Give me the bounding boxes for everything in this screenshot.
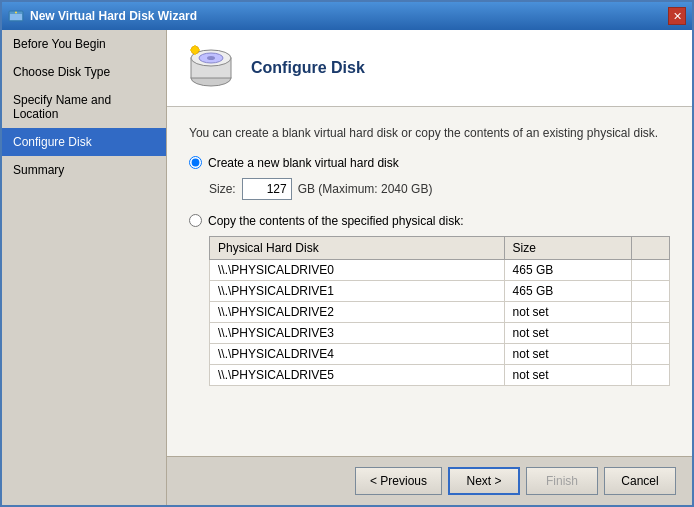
disk-size-cell: not set (504, 364, 632, 385)
header-section: Configure Disk (167, 30, 692, 107)
copy-radio[interactable] (189, 214, 202, 227)
disk-size-cell: 465 GB (504, 259, 632, 280)
svg-point-2 (15, 12, 17, 14)
disk-extra-cell (632, 364, 670, 385)
disk-name-cell: \\.\PHYSICALDRIVE2 (210, 301, 505, 322)
next-button[interactable]: Next > (448, 467, 520, 495)
title-bar: New Virtual Hard Disk Wizard ✕ (2, 2, 692, 30)
disk-size-cell: not set (504, 322, 632, 343)
size-input[interactable] (242, 178, 292, 200)
finish-button[interactable]: Finish (526, 467, 598, 495)
disk-table: Physical Hard Disk Size \\.\PHYSICALDRIV… (209, 236, 670, 386)
cancel-button[interactable]: Cancel (604, 467, 676, 495)
close-button[interactable]: ✕ (668, 7, 686, 25)
table-row[interactable]: \\.\PHYSICALDRIVE0465 GB (210, 259, 670, 280)
disk-size-cell: 465 GB (504, 280, 632, 301)
svg-rect-1 (10, 14, 22, 20)
size-label: Size: (209, 182, 236, 196)
disk-size-cell: not set (504, 343, 632, 364)
col-header-extra (632, 236, 670, 259)
sidebar-item-summary[interactable]: Summary (2, 156, 166, 184)
disk-name-cell: \\.\PHYSICALDRIVE4 (210, 343, 505, 364)
window-title: New Virtual Hard Disk Wizard (30, 9, 668, 23)
disk-name-cell: \\.\PHYSICALDRIVE5 (210, 364, 505, 385)
col-header-size: Size (504, 236, 632, 259)
header-title: Configure Disk (251, 59, 365, 77)
sidebar-item-configure-disk[interactable]: Configure Disk (2, 128, 166, 156)
main-panel: Configure Disk You can create a blank vi… (167, 30, 692, 505)
size-row: Size: GB (Maximum: 2040 GB) (209, 178, 670, 200)
wizard-window: New Virtual Hard Disk Wizard ✕ Before Yo… (0, 0, 694, 507)
disk-extra-cell (632, 343, 670, 364)
svg-point-7 (207, 56, 215, 60)
table-row[interactable]: \\.\PHYSICALDRIVE2not set (210, 301, 670, 322)
table-row[interactable]: \\.\PHYSICALDRIVE3not set (210, 322, 670, 343)
table-row[interactable]: \\.\PHYSICALDRIVE5not set (210, 364, 670, 385)
disk-name-cell: \\.\PHYSICALDRIVE0 (210, 259, 505, 280)
window-icon (8, 8, 24, 24)
disk-name-cell: \\.\PHYSICALDRIVE3 (210, 322, 505, 343)
create-new-radio[interactable] (189, 156, 202, 169)
sidebar-item-before-you-begin[interactable]: Before You Begin (2, 30, 166, 58)
disk-extra-cell (632, 259, 670, 280)
create-new-option[interactable]: Create a new blank virtual hard disk (189, 156, 670, 170)
col-header-disk: Physical Hard Disk (210, 236, 505, 259)
disk-name-cell: \\.\PHYSICALDRIVE1 (210, 280, 505, 301)
content-area: Before You Begin Choose Disk Type Specif… (2, 30, 692, 505)
copy-option[interactable]: Copy the contents of the specified physi… (189, 214, 670, 228)
previous-button[interactable]: < Previous (355, 467, 442, 495)
sidebar: Before You Begin Choose Disk Type Specif… (2, 30, 167, 505)
size-hint: GB (Maximum: 2040 GB) (298, 182, 433, 196)
copy-section: Copy the contents of the specified physi… (189, 214, 670, 386)
table-row[interactable]: \\.\PHYSICALDRIVE4not set (210, 343, 670, 364)
footer-section: < Previous Next > Finish Cancel (167, 456, 692, 505)
table-row[interactable]: \\.\PHYSICALDRIVE1465 GB (210, 280, 670, 301)
body-section: You can create a blank virtual hard disk… (167, 107, 692, 456)
disk-extra-cell (632, 322, 670, 343)
description-text: You can create a blank virtual hard disk… (189, 125, 670, 142)
disk-icon (187, 44, 235, 92)
disk-extra-cell (632, 301, 670, 322)
sidebar-item-specify-name-location[interactable]: Specify Name and Location (2, 86, 166, 128)
svg-point-8 (191, 46, 199, 54)
disk-size-cell: not set (504, 301, 632, 322)
copy-label[interactable]: Copy the contents of the specified physi… (208, 214, 463, 228)
sidebar-item-choose-disk-type[interactable]: Choose Disk Type (2, 58, 166, 86)
disk-extra-cell (632, 280, 670, 301)
create-new-label[interactable]: Create a new blank virtual hard disk (208, 156, 399, 170)
